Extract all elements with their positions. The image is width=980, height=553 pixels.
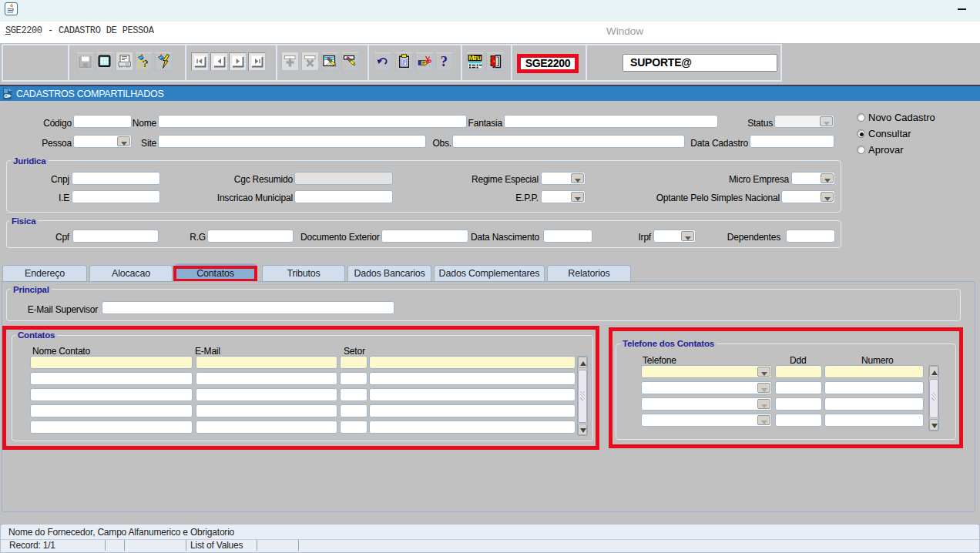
- svg-text:?: ?: [441, 53, 448, 69]
- svg-text:?: ?: [143, 58, 149, 69]
- svg-text:Menu: Menu: [468, 54, 482, 62]
